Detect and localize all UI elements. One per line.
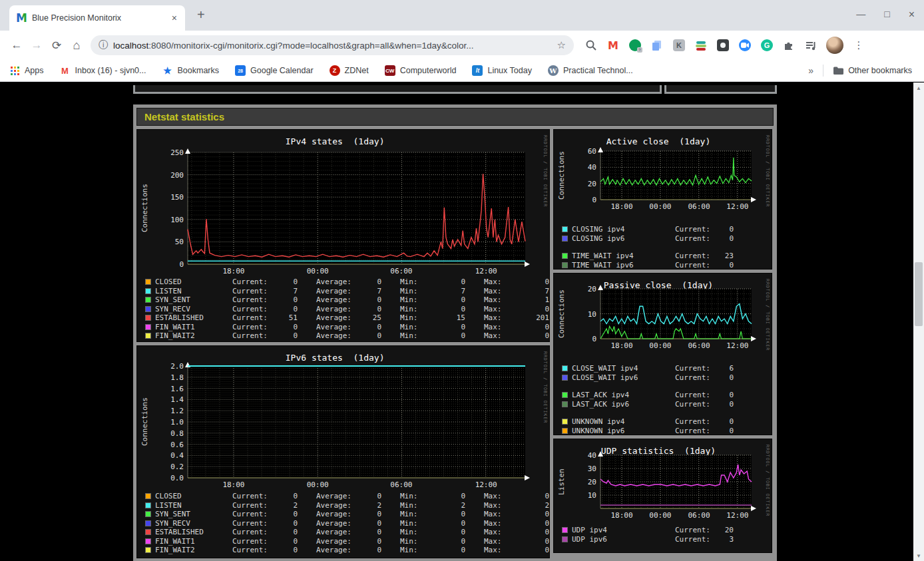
legend-stat-value: 0 bbox=[441, 278, 465, 286]
legend-row: ESTABLISHEDCurrent:51Average:25Min:15Max… bbox=[145, 313, 550, 323]
bookmark-computerworld[interactable]: CW Computerworld bbox=[385, 65, 457, 76]
x-tick-label: 18:00 bbox=[604, 202, 639, 211]
bookmark-bookmarks[interactable]: ★ Bookmarks bbox=[162, 65, 220, 76]
copy-icon[interactable] bbox=[650, 39, 664, 52]
url-bar[interactable]: ⓘ localhost:8080/monitorix-cgi/monitorix… bbox=[91, 35, 574, 55]
chart-ipv4-states[interactable]: IPv4 states (1day) Connections RRDTOOL /… bbox=[136, 129, 550, 342]
plot-area bbox=[600, 151, 752, 200]
forward-icon[interactable]: → bbox=[27, 39, 47, 52]
y-tick-label: 0.8 bbox=[153, 429, 184, 438]
legend-swatch bbox=[562, 392, 568, 398]
legend-stat-name: Average: bbox=[316, 528, 357, 536]
browser-tab[interactable]: M Blue Precision Monitorix × bbox=[9, 5, 185, 31]
previous-section-bottom-right bbox=[664, 85, 777, 94]
bookmark-apps[interactable]: Apps bbox=[9, 65, 44, 76]
back-icon[interactable]: ← bbox=[7, 39, 27, 52]
legend-row: ESTABLISHEDCurrent:0Average:0Min:0Max:0 bbox=[145, 528, 550, 537]
legend-label: UNKNOWN ipv4 bbox=[572, 417, 675, 426]
legend-stat-value: 0 bbox=[274, 537, 298, 546]
legend-swatch bbox=[145, 333, 151, 339]
chart-legend: CLOSING ipv4Current:0CLOSING ipv6Current… bbox=[562, 225, 734, 270]
chart-title: IPv4 states (1day) bbox=[137, 136, 533, 146]
legend-stat-name: Average: bbox=[316, 287, 357, 295]
reload-icon[interactable]: ⟳ bbox=[47, 39, 67, 53]
legend-stat-value: 0 bbox=[525, 331, 549, 340]
legend-stat-value: 0 bbox=[525, 492, 549, 500]
y-tick-label: 60 bbox=[566, 147, 596, 156]
y-tick-label: 150 bbox=[153, 193, 184, 202]
legend-label: CLOSING ipv4 bbox=[572, 225, 675, 234]
legend-label: ESTABLISHED bbox=[155, 528, 232, 536]
page-scrollbar[interactable]: ▲ ▼ bbox=[913, 83, 924, 561]
legend-group: LAST_ACK ipv4Current:0LAST_ACK ipv6Curre… bbox=[562, 391, 734, 409]
chart-ipv6-states[interactable]: IPv6 states (1day) Connections RRDTOOL /… bbox=[136, 345, 550, 558]
y-tick-label: 40 bbox=[566, 451, 596, 460]
scrollbar-thumb[interactable] bbox=[915, 262, 923, 326]
legend-stat-name: Max: bbox=[484, 537, 525, 546]
window-maximize-button[interactable]: □ bbox=[884, 9, 889, 21]
grammarly-icon[interactable]: G bbox=[760, 39, 774, 52]
gmail-icon[interactable]: M bbox=[606, 39, 620, 52]
bookmark-google-calendar[interactable]: 28 Google Calendar bbox=[235, 65, 314, 76]
legend-stat-value: 3 bbox=[716, 535, 734, 544]
books-icon[interactable] bbox=[694, 39, 708, 52]
x-tick-label: 06:00 bbox=[682, 511, 716, 520]
scroll-down-icon[interactable]: ▼ bbox=[913, 550, 924, 561]
screenshot-icon[interactable] bbox=[716, 39, 730, 52]
chat-help-icon[interactable]: ? bbox=[628, 39, 642, 52]
scroll-up-icon[interactable]: ▲ bbox=[913, 83, 924, 93]
legend-stat-name: Average: bbox=[316, 305, 357, 313]
extensions-puzzle-icon[interactable] bbox=[782, 39, 796, 52]
legend-swatch bbox=[145, 538, 151, 544]
legend-stat-name: Current: bbox=[675, 417, 716, 426]
legend-stat-name: Max: bbox=[484, 313, 525, 322]
legend-stat-value: 0 bbox=[274, 546, 298, 554]
y-tick-label: 200 bbox=[153, 171, 184, 180]
legend-swatch bbox=[562, 527, 568, 533]
zoom-icon[interactable] bbox=[738, 39, 752, 52]
legend-row: CLOSING ipv4Current:0 bbox=[562, 225, 734, 234]
y-tick-label: 1.2 bbox=[153, 407, 184, 415]
chart-passive-close[interactable]: Passive close (1day) Connections RRDTOOL… bbox=[553, 273, 772, 435]
wordpress-icon: W bbox=[548, 65, 559, 76]
bookmark-inbox[interactable]: M Inbox (16) - sjvn0... bbox=[60, 65, 146, 76]
kebab-menu-icon[interactable]: ⋮ bbox=[852, 39, 865, 52]
legend-stat-name: Current: bbox=[675, 261, 716, 270]
legend-swatch bbox=[145, 315, 151, 321]
new-tab-button[interactable]: + bbox=[197, 7, 205, 23]
legend-stat-name: Min: bbox=[400, 331, 441, 340]
profile-avatar[interactable] bbox=[826, 37, 843, 54]
bookmark-zdnet[interactable]: Z ZDNet bbox=[330, 65, 369, 76]
playlist-icon[interactable] bbox=[804, 39, 817, 52]
home-icon[interactable]: ⌂ bbox=[67, 39, 87, 53]
extensions-row: M ? K G ⋮ bbox=[584, 37, 865, 54]
legend-stat-value: 23 bbox=[716, 252, 734, 260]
bookmark-linux-today[interactable]: lt Linux Today bbox=[472, 65, 532, 76]
info-icon[interactable]: ⓘ bbox=[99, 39, 108, 51]
legend-swatch bbox=[562, 236, 568, 242]
app-k-icon[interactable]: K bbox=[672, 39, 686, 52]
bookmark-practical-technology[interactable]: W Practical Technol... bbox=[548, 65, 633, 76]
search-icon[interactable] bbox=[584, 39, 598, 52]
apps-grid-icon bbox=[9, 65, 20, 76]
legend-stat-name: Min: bbox=[400, 278, 441, 286]
window-close-button[interactable]: × bbox=[909, 9, 915, 21]
chart-udp-statistics[interactable]: UDP statistics (1day) Listen RRDTOOL / T… bbox=[553, 439, 772, 553]
legend-stat-value: 0 bbox=[441, 510, 465, 518]
tab-close-icon[interactable]: × bbox=[170, 13, 178, 23]
legend-label: CLOSED bbox=[155, 278, 232, 286]
legend-stat-value: 0 bbox=[716, 391, 734, 399]
chart-active-close[interactable]: Active close (1day) Connections RRDTOOL … bbox=[553, 129, 772, 270]
legend-stat-name: Average: bbox=[316, 519, 357, 528]
other-bookmarks[interactable]: Other bookmarks bbox=[833, 65, 912, 76]
bookmarks-overflow-chevron[interactable]: » bbox=[808, 65, 813, 76]
window-minimize-button[interactable]: — bbox=[856, 9, 865, 21]
bookmark-star-icon[interactable]: ☆ bbox=[557, 39, 566, 51]
y-tick-label: 0.6 bbox=[153, 441, 184, 449]
legend-label: LISTEN bbox=[155, 501, 232, 510]
url-text[interactable]: localhost:8080/monitorix-cgi/monitorix.c… bbox=[113, 41, 553, 51]
y-axis-label: Listen bbox=[557, 455, 566, 508]
legend-stat-value: 0 bbox=[441, 323, 465, 331]
y-tick-label: 30 bbox=[566, 465, 596, 473]
plot-area bbox=[600, 455, 752, 508]
